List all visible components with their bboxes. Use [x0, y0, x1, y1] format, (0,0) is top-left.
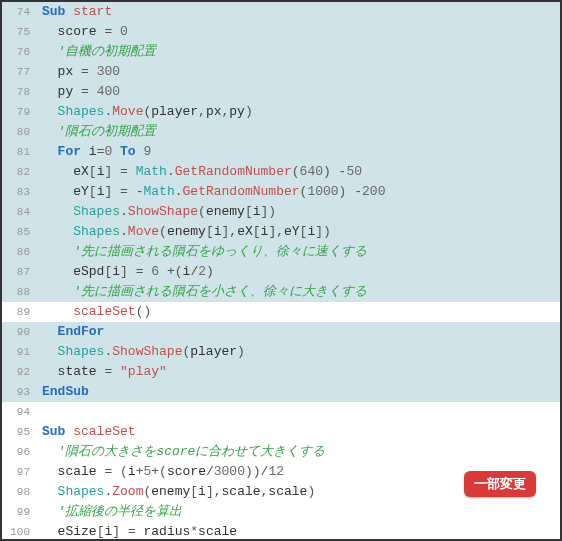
- line-content: eSpd[i] = 6 +(i/2): [40, 262, 560, 282]
- line-content: Shapes.Move(enemy[i],eX[i],eY[i]): [40, 222, 560, 242]
- line-number: 84: [2, 202, 40, 222]
- line-content: Sub start: [40, 2, 560, 22]
- code-line[interactable]: 79 Shapes.Move(player,px,py): [2, 102, 560, 122]
- code-line[interactable]: 78 py = 400: [2, 82, 560, 102]
- code-line[interactable]: 88 '先に描画される隕石を小さく、徐々に大きくする: [2, 282, 560, 302]
- line-number: 94: [2, 402, 40, 422]
- line-number: 98: [2, 482, 40, 502]
- code-line[interactable]: 96 '隕石の大きさをscoreに合わせて大きくする: [2, 442, 560, 462]
- line-content: '隕石の初期配置: [40, 122, 560, 142]
- code-line[interactable]: 80 '隕石の初期配置: [2, 122, 560, 142]
- line-content: '先に描画される隕石を小さく、徐々に大きくする: [40, 282, 560, 302]
- code-line[interactable]: 83 eY[i] = -Math.GetRandomNumber(1000) -…: [2, 182, 560, 202]
- code-line[interactable]: 100 eSize[i] = radius*scale: [2, 522, 560, 539]
- code-line[interactable]: 77 px = 300: [2, 62, 560, 82]
- line-number: 99: [2, 502, 40, 522]
- line-number: 81: [2, 142, 40, 162]
- line-number: 85: [2, 222, 40, 242]
- line-content: score = 0: [40, 22, 560, 42]
- code-line[interactable]: 81 For i=0 To 9: [2, 142, 560, 162]
- line-number: 93: [2, 382, 40, 402]
- line-content: state = "play": [40, 362, 560, 382]
- line-number: 78: [2, 82, 40, 102]
- line-number: 96: [2, 442, 40, 462]
- line-number: 77: [2, 62, 40, 82]
- code-line[interactable]: 90 EndFor: [2, 322, 560, 342]
- code-line[interactable]: 75 score = 0: [2, 22, 560, 42]
- code-line[interactable]: 94: [2, 402, 560, 422]
- line-content: eSize[i] = radius*scale: [40, 522, 560, 539]
- line-content: '隕石の大きさをscoreに合わせて大きくする: [40, 442, 560, 462]
- line-number: 87: [2, 262, 40, 282]
- code-editor-window: 74Sub start75 score = 076 '自機の初期配置77 px …: [0, 0, 562, 541]
- line-number: 91: [2, 342, 40, 362]
- code-line[interactable]: 87 eSpd[i] = 6 +(i/2): [2, 262, 560, 282]
- code-line[interactable]: 76 '自機の初期配置: [2, 42, 560, 62]
- line-content: '拡縮後の半径を算出: [40, 502, 560, 522]
- line-number: 82: [2, 162, 40, 182]
- line-content: For i=0 To 9: [40, 142, 560, 162]
- line-number: 89: [2, 302, 40, 322]
- line-number: 75: [2, 22, 40, 42]
- line-content: EndSub: [40, 382, 560, 402]
- code-line[interactable]: 93EndSub: [2, 382, 560, 402]
- code-line[interactable]: 82 eX[i] = Math.GetRandomNumber(640) -50: [2, 162, 560, 182]
- code-line[interactable]: 84 Shapes.ShowShape(enemy[i]): [2, 202, 560, 222]
- line-number: 95: [2, 422, 40, 442]
- line-number: 92: [2, 362, 40, 382]
- line-number: 83: [2, 182, 40, 202]
- line-content: py = 400: [40, 82, 560, 102]
- change-badge: 一部変更: [464, 471, 536, 497]
- line-content: Shapes.ShowShape(player): [40, 342, 560, 362]
- code-line[interactable]: 99 '拡縮後の半径を算出: [2, 502, 560, 522]
- code-line[interactable]: 95Sub scaleSet: [2, 422, 560, 442]
- line-number: 86: [2, 242, 40, 262]
- code-area[interactable]: 74Sub start75 score = 076 '自機の初期配置77 px …: [2, 2, 560, 539]
- line-number: 88: [2, 282, 40, 302]
- line-content: eX[i] = Math.GetRandomNumber(640) -50: [40, 162, 560, 182]
- line-content: scaleSet(): [40, 302, 560, 322]
- code-line[interactable]: 92 state = "play": [2, 362, 560, 382]
- line-content: Shapes.Move(player,px,py): [40, 102, 560, 122]
- line-number: 97: [2, 462, 40, 482]
- line-number: 76: [2, 42, 40, 62]
- line-content: eY[i] = -Math.GetRandomNumber(1000) -200: [40, 182, 560, 202]
- code-line[interactable]: 91 Shapes.ShowShape(player): [2, 342, 560, 362]
- line-content: px = 300: [40, 62, 560, 82]
- line-number: 79: [2, 102, 40, 122]
- line-content: Sub scaleSet: [40, 422, 560, 442]
- line-content: '自機の初期配置: [40, 42, 560, 62]
- code-line[interactable]: 86 '先に描画される隕石をゆっくり、徐々に速くする: [2, 242, 560, 262]
- code-line[interactable]: 85 Shapes.Move(enemy[i],eX[i],eY[i]): [2, 222, 560, 242]
- line-number: 80: [2, 122, 40, 142]
- line-content: EndFor: [40, 322, 560, 342]
- line-content: Shapes.ShowShape(enemy[i]): [40, 202, 560, 222]
- line-number: 90: [2, 322, 40, 342]
- line-number: 100: [2, 522, 40, 539]
- code-line[interactable]: 89 scaleSet(): [2, 302, 560, 322]
- line-content: '先に描画される隕石をゆっくり、徐々に速くする: [40, 242, 560, 262]
- line-number: 74: [2, 2, 40, 22]
- code-line[interactable]: 74Sub start: [2, 2, 560, 22]
